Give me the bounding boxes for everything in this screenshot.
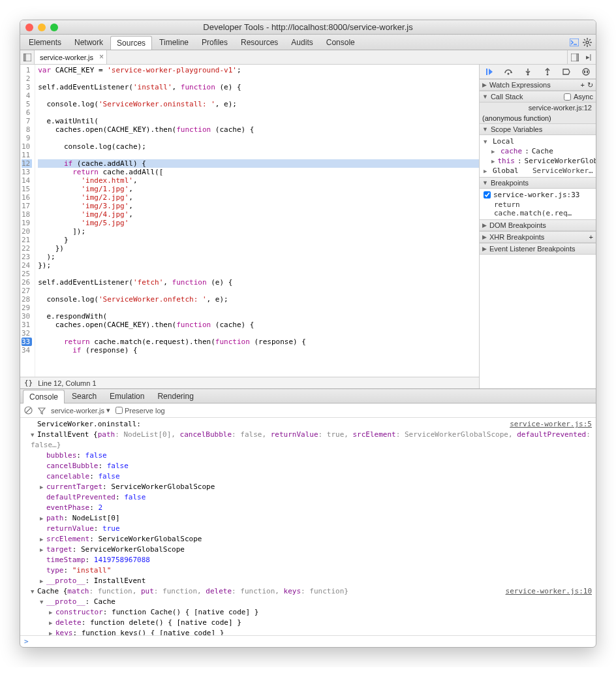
code-content[interactable]: var CACHE_KEY = 'service-worker-playgrou… bbox=[35, 65, 479, 377]
breakpoint-item[interactable]: service-worker.js:33 bbox=[482, 190, 593, 200]
braces-icon[interactable]: {} bbox=[24, 379, 33, 387]
clear-console-icon[interactable] bbox=[24, 406, 33, 415]
callstack-panel-header[interactable]: ▼ Call Stack Async bbox=[480, 91, 596, 103]
add-watch-icon[interactable]: + bbox=[581, 81, 585, 89]
add-xhr-icon[interactable]: + bbox=[589, 233, 593, 241]
deactivate-breakpoints-icon[interactable] bbox=[561, 66, 572, 78]
svg-rect-23 bbox=[587, 71, 588, 73]
disclosure-icon: ▶ bbox=[482, 245, 487, 252]
console-drawer: ConsoleSearchEmulationRendering service-… bbox=[20, 388, 596, 647]
navigator-toggle-icon[interactable] bbox=[20, 50, 35, 65]
settings-icon[interactable] bbox=[581, 37, 593, 48]
close-icon[interactable] bbox=[25, 24, 33, 31]
pretty-print-icon[interactable]: ▸| bbox=[581, 50, 596, 65]
scope-body: ▼Local ▶cache: Cache▶this: ServiceWorker… bbox=[480, 135, 596, 177]
xhr-breakpoints-header[interactable]: ▶ XHR Breakpoints + bbox=[480, 231, 596, 243]
console-line[interactable]: ▶constructor: function Cache() { [native… bbox=[24, 607, 592, 618]
console-prompt[interactable]: > bbox=[20, 635, 596, 647]
drawer-tab-search[interactable]: Search bbox=[66, 390, 102, 403]
scope-local[interactable]: ▼Local bbox=[482, 136, 593, 146]
console-line[interactable]: timeStamp: 1419758967088 bbox=[24, 555, 592, 565]
sidebar-toggle-icon[interactable] bbox=[567, 50, 581, 65]
preserve-log-checkbox[interactable] bbox=[116, 407, 123, 414]
scope-variable[interactable]: ▶this: ServiceWorkerGloba bbox=[482, 156, 593, 166]
console-source-link[interactable]: service-worker.js:10 bbox=[501, 586, 592, 597]
async-checkbox[interactable] bbox=[564, 93, 571, 101]
step-into-icon[interactable] bbox=[522, 66, 534, 78]
tab-resources[interactable]: Resources bbox=[235, 36, 284, 49]
main-area: 1234567891011121314151617181920212223242… bbox=[20, 65, 596, 388]
context-selector[interactable]: service-worker.js ▾ bbox=[51, 406, 110, 415]
console-line[interactable]: ▼InstallEvent {path: NodeList[0], cancel… bbox=[24, 430, 592, 450]
tab-console[interactable]: Console bbox=[320, 36, 361, 49]
line-gutter[interactable]: 1234567891011121314151617181920212223242… bbox=[20, 65, 35, 377]
console-line[interactable]: type: "install" bbox=[24, 565, 592, 576]
preserve-log[interactable]: Preserve log bbox=[116, 407, 165, 415]
tab-elements[interactable]: Elements bbox=[23, 36, 67, 49]
drawer-tabs: ConsoleSearchEmulationRendering bbox=[20, 389, 596, 403]
disclosure-icon: ▼ bbox=[482, 126, 488, 133]
resume-icon[interactable] bbox=[484, 66, 495, 78]
svg-line-10 bbox=[589, 39, 591, 40]
console-line[interactable]: ServiceWorker.oninstall:service-worker.j… bbox=[24, 419, 592, 430]
tab-profiles[interactable]: Profiles bbox=[196, 36, 234, 49]
step-over-icon[interactable] bbox=[502, 66, 514, 78]
scope-global[interactable]: ▶Global ServiceWorker… bbox=[482, 166, 593, 176]
console-line[interactable]: ▶delete: function delete() { [native cod… bbox=[24, 618, 592, 628]
console-line[interactable]: defaultPrevented: false bbox=[24, 492, 592, 503]
close-tab-icon[interactable]: × bbox=[99, 52, 104, 61]
scope-variable[interactable]: ▶cache: Cache bbox=[482, 146, 593, 156]
watch-panel-header[interactable]: ▶ Watch Expressions + ↻ bbox=[480, 79, 596, 91]
breakpoint-checkbox[interactable] bbox=[484, 191, 491, 198]
refresh-watch-icon[interactable]: ↻ bbox=[587, 81, 593, 89]
pause-on-exceptions-icon[interactable] bbox=[580, 66, 592, 78]
console-line[interactable]: ▶__proto__: InstallEvent bbox=[24, 576, 592, 586]
breakpoints-panel-header[interactable]: ▼ Breakpoints bbox=[480, 177, 596, 189]
console-line[interactable]: ▼Cache {match: function, put: function, … bbox=[24, 586, 592, 597]
filter-icon[interactable] bbox=[38, 407, 46, 415]
disclosure-icon: ▼ bbox=[482, 180, 488, 186]
console-output[interactable]: ServiceWorker.oninstall:service-worker.j… bbox=[20, 418, 596, 635]
code-editor: 1234567891011121314151617181920212223242… bbox=[20, 65, 480, 388]
svg-rect-14 bbox=[576, 54, 579, 61]
file-tab[interactable]: service-worker.js × bbox=[35, 50, 107, 64]
console-line[interactable]: eventPhase: 2 bbox=[24, 503, 592, 513]
async-label: Async bbox=[574, 93, 593, 101]
svg-rect-12 bbox=[23, 54, 26, 61]
panel-title: Breakpoints bbox=[491, 179, 529, 187]
console-drawer-icon[interactable] bbox=[568, 37, 580, 48]
console-line[interactable]: bubbles: false bbox=[24, 450, 592, 461]
console-line[interactable]: cancelable: false bbox=[24, 471, 592, 482]
panel-title: Scope Variables bbox=[491, 125, 542, 133]
disclosure-icon: ▶ bbox=[482, 82, 487, 88]
drawer-tab-emulation[interactable]: Emulation bbox=[104, 390, 150, 403]
tab-timeline[interactable]: Timeline bbox=[153, 36, 194, 49]
console-line[interactable]: ▶target: ServiceWorkerGlobalScope bbox=[24, 545, 592, 555]
event-listener-breakpoints-header[interactable]: ▶ Event Listener Breakpoints bbox=[480, 243, 596, 255]
console-line[interactable]: ▶srcElement: ServiceWorkerGlobalScope bbox=[24, 534, 592, 545]
console-line[interactable]: ▶currentTarget: ServiceWorkerGlobalScope bbox=[24, 482, 592, 492]
console-line[interactable]: ▶keys: function keys() { [native code] } bbox=[24, 628, 592, 635]
console-line[interactable]: cancelBubble: false bbox=[24, 461, 592, 471]
code-area[interactable]: 1234567891011121314151617181920212223242… bbox=[20, 65, 479, 377]
scope-panel-header[interactable]: ▼ Scope Variables bbox=[480, 123, 596, 135]
zoom-icon[interactable] bbox=[50, 24, 58, 31]
console-line[interactable]: ▼__proto__: Cache bbox=[24, 597, 592, 607]
tab-audits[interactable]: Audits bbox=[285, 36, 318, 49]
tab-network[interactable]: Network bbox=[69, 36, 109, 49]
console-line[interactable]: ▶path: NodeList[0] bbox=[24, 513, 592, 524]
drawer-tab-rendering[interactable]: Rendering bbox=[151, 390, 199, 403]
svg-line-8 bbox=[589, 44, 591, 46]
svg-point-20 bbox=[546, 73, 548, 75]
callstack-location[interactable]: service-worker.js:12 bbox=[480, 103, 596, 113]
breakpoints-body: service-worker.js:33 return cache.match(… bbox=[480, 189, 596, 219]
tab-sources[interactable]: Sources bbox=[110, 36, 152, 50]
minimize-icon[interactable] bbox=[38, 24, 46, 31]
console-source-link[interactable]: service-worker.js:5 bbox=[504, 419, 592, 430]
dom-breakpoints-header[interactable]: ▶ DOM Breakpoints bbox=[480, 219, 596, 231]
step-out-icon[interactable] bbox=[542, 66, 553, 78]
callstack-frame[interactable]: (anonymous function) bbox=[480, 113, 596, 123]
console-line[interactable]: returnValue: true bbox=[24, 524, 592, 534]
drawer-tab-console[interactable]: Console bbox=[23, 390, 65, 403]
svg-point-16 bbox=[508, 72, 510, 74]
